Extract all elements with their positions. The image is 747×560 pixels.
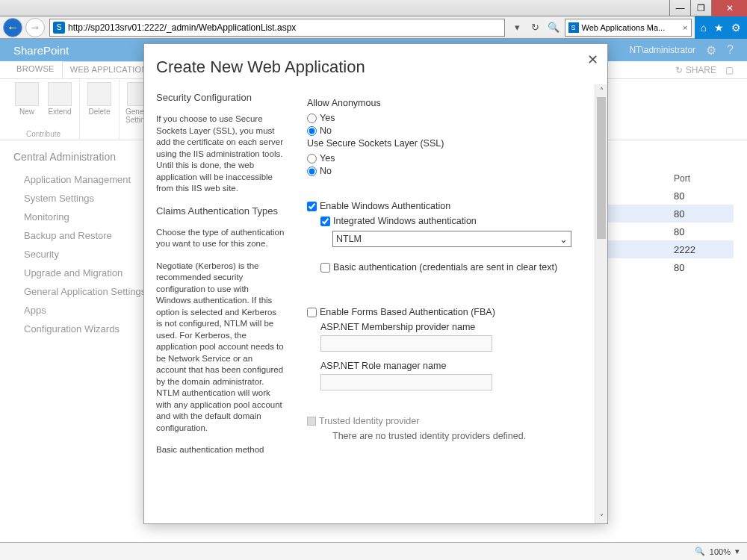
- modal-description-pane: Security Configuration If you choose to …: [144, 84, 292, 523]
- forward-button[interactable]: →: [25, 18, 45, 37]
- claims-text-2: Negotiate (Kerberos) is the recommended …: [156, 261, 285, 435]
- window-close-button[interactable]: ✕: [711, 0, 747, 16]
- window-minimize-button[interactable]: —: [669, 0, 690, 16]
- tab-close-icon[interactable]: ×: [683, 23, 687, 32]
- claims-text-3: Basic authentication method: [156, 444, 285, 456]
- new-button[interactable]: New: [13, 82, 40, 116]
- zoom-dropdown-icon[interactable]: ▾: [735, 547, 740, 556]
- security-config-text: If you choose to use Secure Sockets Laye…: [156, 113, 285, 195]
- integrated-windows-checkbox[interactable]: [320, 217, 330, 226]
- claims-text-1: Choose the type of authentication you wa…: [156, 227, 285, 250]
- claims-auth-heading: Claims Authentication Types: [156, 205, 285, 217]
- trusted-identity-checkbox: Trusted Identity provider: [307, 416, 603, 426]
- ssl-no-radio[interactable]: [307, 167, 317, 176]
- status-bar: 🔍 100% ▾: [0, 542, 747, 560]
- window-title-bar: — ❐ ✕: [0, 0, 747, 16]
- zoom-icon[interactable]: 🔍: [695, 547, 705, 556]
- home-icon[interactable]: ⌂: [701, 22, 707, 34]
- role-manager-label: ASP.NET Role manager name: [320, 361, 603, 371]
- scroll-down-arrow[interactable]: ˅: [595, 511, 607, 523]
- security-config-heading: Security Configuration: [156, 92, 285, 103]
- no-trusted-text: There are no trusted identity providers …: [332, 431, 603, 441]
- allow-anonymous-label: Allow Anonymous: [307, 98, 603, 108]
- col-port[interactable]: Port: [674, 173, 734, 184]
- browser-tab[interactable]: S Web Applications Ma... ×: [565, 19, 692, 37]
- anon-yes-radio[interactable]: [307, 113, 317, 123]
- scroll-up-arrow[interactable]: ˄: [595, 84, 607, 97]
- ssl-label: Use Secure Sockets Layer (SSL): [307, 138, 603, 149]
- modal-close-button[interactable]: ✕: [587, 52, 598, 68]
- sharepoint-favicon: S: [53, 22, 65, 34]
- group-contribute: Contribute: [26, 130, 61, 138]
- auth-method-value: NTLM: [336, 234, 362, 244]
- favorites-icon[interactable]: ★: [714, 22, 724, 34]
- chevron-down-icon: ⌄: [560, 234, 568, 245]
- sharepoint-favicon: S: [568, 22, 579, 33]
- auth-method-select[interactable]: NTLM ⌄: [332, 231, 571, 247]
- enable-windows-auth-checkbox[interactable]: [307, 202, 317, 211]
- create-web-app-modal: ✕ Create New Web Application Security Co…: [143, 43, 608, 524]
- modal-scrollbar[interactable]: ˄ ˅: [595, 84, 607, 523]
- membership-label: ASP.NET Membership provider name: [320, 322, 603, 332]
- search-icon[interactable]: 🔍: [545, 19, 562, 36]
- ssl-yes-radio[interactable]: [307, 154, 317, 164]
- basic-auth-checkbox[interactable]: [320, 263, 330, 273]
- tools-icon[interactable]: ⚙: [731, 22, 741, 34]
- stop-icon[interactable]: ▾: [509, 19, 526, 36]
- anon-no-radio[interactable]: [307, 126, 317, 136]
- scroll-thumb[interactable]: [597, 97, 606, 239]
- address-bar[interactable]: S http://sp2013srv01:2222/_admin/WebAppl…: [49, 19, 505, 37]
- browser-toolbar: ← → S http://sp2013srv01:2222/_admin/Web…: [0, 16, 747, 39]
- tab-title: Web Applications Ma...: [582, 23, 666, 32]
- membership-input[interactable]: [320, 335, 492, 352]
- modal-form-pane: Allow Anonymous Yes No Use Secure Socket…: [292, 84, 607, 523]
- zoom-level[interactable]: 100%: [710, 547, 731, 556]
- refresh-icon[interactable]: ↻: [527, 19, 544, 36]
- extend-button[interactable]: Extend: [46, 82, 73, 116]
- modal-title: Create New Web Application: [144, 44, 607, 87]
- url-text: http://sp2013srv01:2222/_admin/WebApplic…: [68, 22, 296, 33]
- window-restore-button[interactable]: ❐: [690, 0, 711, 16]
- enable-fba-checkbox[interactable]: [307, 308, 317, 317]
- delete-button[interactable]: Delete: [86, 82, 113, 116]
- browser-tools: ⌂ ★ ⚙: [695, 16, 747, 39]
- role-manager-input[interactable]: [320, 374, 492, 391]
- back-button[interactable]: ←: [3, 18, 22, 37]
